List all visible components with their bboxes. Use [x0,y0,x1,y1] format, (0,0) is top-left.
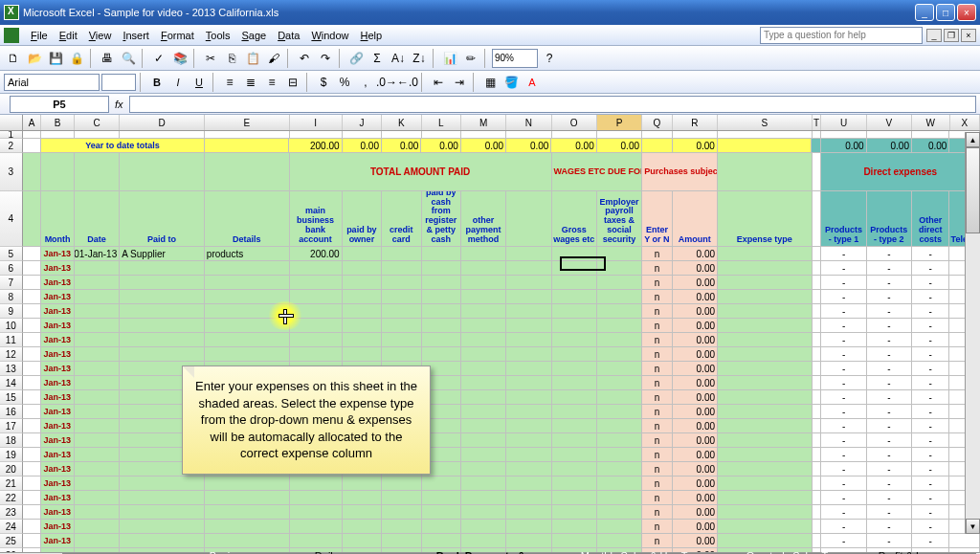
cell[interactable] [552,419,597,433]
cell[interactable]: n [642,319,673,333]
cell[interactable] [813,534,822,548]
cell[interactable] [382,319,421,333]
cell[interactable]: - [867,534,912,548]
cell[interactable]: 0.00 [673,261,718,276]
row-header[interactable]: 26 [0,548,23,552]
cell[interactable] [813,304,822,319]
cell[interactable] [597,448,642,462]
cell[interactable]: - [867,333,912,347]
cell[interactable]: products [205,247,290,261]
print-button[interactable]: 🖶 [98,49,117,68]
underline-button[interactable]: U [189,73,209,92]
cell[interactable]: - [867,419,912,433]
cell[interactable]: - [821,261,866,276]
sort-asc-button[interactable]: A↓ [389,49,408,68]
cell[interactable] [205,505,290,520]
menu-help[interactable]: Help [355,28,389,43]
cell[interactable] [75,505,120,520]
cell[interactable]: - [912,462,949,476]
cell[interactable] [813,319,822,333]
col-header-O[interactable]: O [552,115,597,130]
cell[interactable]: - [821,333,866,347]
cell[interactable]: - [912,333,949,347]
cell[interactable]: - [867,448,912,462]
menu-format[interactable]: Format [155,28,200,43]
cell[interactable] [813,462,822,476]
cell[interactable] [718,247,812,261]
cell[interactable]: n [642,276,673,290]
column-label[interactable]: paid by cash from register & petty cash [422,191,461,247]
cell[interactable] [597,390,642,405]
column-label[interactable]: Products - type 1 [821,191,866,247]
cell[interactable] [120,534,205,548]
col-header-Q[interactable]: Q [642,115,673,130]
cell[interactable]: Jan-13 [41,347,75,362]
help-button[interactable]: ? [540,49,559,68]
cell[interactable]: Jan-13 [41,376,75,390]
cell[interactable]: - [912,290,949,304]
col-header-A[interactable]: A [23,115,42,130]
name-box[interactable] [10,96,109,113]
cell[interactable]: n [642,362,673,376]
cell[interactable] [506,448,551,462]
cell[interactable] [120,491,205,505]
column-label[interactable]: Enter Y or N [642,191,673,247]
cell[interactable]: n [642,505,673,520]
cell[interactable] [120,276,205,290]
cell[interactable]: - [867,390,912,405]
cell[interactable] [597,347,642,362]
cell[interactable] [461,261,506,276]
cell[interactable] [461,347,506,362]
print-preview-button[interactable]: 🔍 [119,49,138,68]
col-header-L[interactable]: L [422,115,461,130]
cell[interactable] [461,505,506,520]
cell[interactable] [120,347,205,362]
cell[interactable]: - [821,520,866,534]
cell[interactable]: 0.00 [673,304,718,319]
cell[interactable]: Jan-13 [41,462,75,476]
cell[interactable] [813,333,822,347]
cell[interactable] [23,419,42,433]
cell[interactable] [422,347,461,362]
cell[interactable]: - [867,347,912,362]
cell[interactable] [120,520,205,534]
cell[interactable] [597,131,642,139]
cell[interactable]: n [642,290,673,304]
cell[interactable] [41,153,75,191]
cell[interactable] [75,390,120,405]
cell[interactable] [552,462,597,476]
cell[interactable] [343,276,382,290]
cell[interactable] [506,131,551,139]
cell[interactable] [552,333,597,347]
cell[interactable]: - [821,362,866,376]
cell[interactable] [290,319,343,333]
col-header-X[interactable]: X [950,115,981,130]
format-painter-button[interactable]: 🖌 [264,49,283,68]
cell[interactable]: 0.00 [912,139,949,153]
cell[interactable] [23,139,42,153]
cell[interactable] [912,131,949,139]
cell[interactable]: 0.00 [867,139,912,153]
cell[interactable] [422,520,461,534]
cell[interactable]: - [912,419,949,433]
cell[interactable] [506,462,551,476]
font-color-button[interactable]: A [523,73,542,92]
cell[interactable] [75,290,120,304]
cell[interactable] [597,462,642,476]
column-label[interactable]: Month [41,191,75,247]
cell[interactable] [506,290,551,304]
cell[interactable] [120,261,205,276]
cell[interactable]: - [821,462,866,476]
cell[interactable]: 0.00 [461,139,506,153]
cell[interactable]: 0.00 [343,139,382,153]
cell[interactable] [506,347,551,362]
cell[interactable] [382,534,421,548]
cell[interactable] [382,520,421,534]
cell[interactable] [461,290,506,304]
cell[interactable] [75,347,120,362]
cell[interactable] [422,491,461,505]
cell[interactable] [23,390,42,405]
cell[interactable] [718,347,812,362]
cell[interactable] [23,462,42,476]
cell[interactable] [422,534,461,548]
